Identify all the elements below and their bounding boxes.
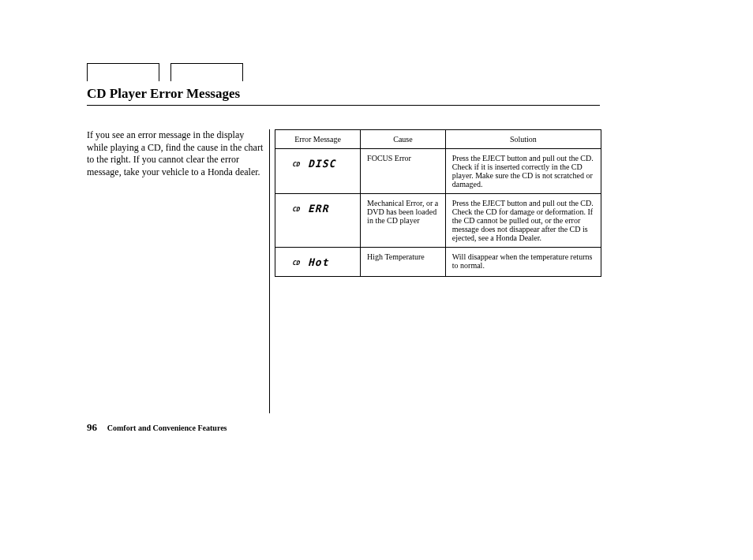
svg-text:CD: CD	[292, 161, 301, 168]
error-display-cell: CD DISC	[275, 149, 361, 194]
header-solution: Solution	[445, 130, 601, 149]
svg-text:Hot: Hot	[308, 256, 329, 268]
intro-text: If you see an error message in the displ…	[87, 129, 269, 178]
tab-box-1	[87, 63, 159, 81]
page-number: 96	[87, 421, 97, 433]
table-header-row: Error Message Cause Solution	[275, 130, 601, 149]
header-cause: Cause	[361, 130, 446, 149]
cd-disc-error-icon: CD DISC	[290, 157, 346, 170]
cause-cell: FOCUS Error	[361, 149, 446, 194]
header-error: Error Message	[275, 130, 361, 149]
cause-cell: High Temperature	[361, 248, 446, 277]
table-row: CD ERR Mechanical Error, or a DVD has be…	[275, 194, 601, 248]
table-column: Error Message Cause Solution CD DISC	[269, 129, 601, 413]
content-row: If you see an error message in the displ…	[87, 129, 706, 413]
cause-cell: Mechanical Error, or a DVD has been load…	[361, 194, 446, 248]
svg-text:CD: CD	[292, 206, 301, 213]
page-title: CD Player Error Messages	[87, 84, 600, 106]
error-table: Error Message Cause Solution CD DISC	[275, 129, 601, 277]
error-display-cell: CD ERR	[275, 194, 361, 248]
table-row: CD DISC FOCUS Error Press the EJECT butt…	[275, 149, 601, 194]
solution-cell: Press the EJECT button and pull out the …	[445, 149, 601, 194]
solution-cell: Press the EJECT button and pull out the …	[445, 194, 601, 248]
error-display-cell: CD Hot	[275, 248, 361, 277]
tab-box-2	[170, 63, 243, 81]
cd-hot-error-icon: CD Hot	[290, 256, 346, 268]
header-tabs	[87, 63, 706, 81]
solution-cell: Will disappear when the temperature retu…	[445, 248, 601, 277]
manual-page: CD Player Error Messages If you see an e…	[0, 0, 753, 560]
section-name: Comfort and Convenience Features	[107, 424, 227, 432]
svg-text:ERR: ERR	[308, 203, 330, 215]
page-footer: 96 Comfort and Convenience Features	[87, 421, 227, 434]
cd-err-error-icon: CD ERR	[290, 202, 346, 215]
svg-text:DISC: DISC	[308, 158, 336, 170]
svg-text:CD: CD	[292, 259, 301, 267]
table-row: CD Hot High Temperature Will disappear w…	[275, 248, 601, 277]
